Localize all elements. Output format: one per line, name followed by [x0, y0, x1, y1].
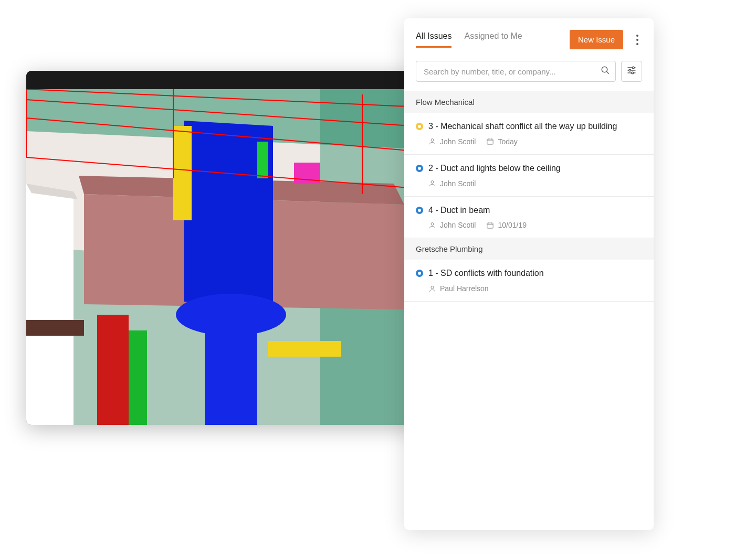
svg-rect-8 [205, 315, 257, 425]
issues-list: Flow Mechanical 3 - Mechanical shaft con… [404, 91, 654, 530]
filter-button[interactable] [621, 61, 642, 82]
sliders-icon [626, 65, 637, 78]
svg-rect-38 [487, 223, 493, 228]
svg-rect-11 [268, 341, 341, 357]
more-menu-icon[interactable] [633, 34, 642, 46]
svg-point-26 [633, 67, 635, 69]
issue-title: 1 - SD conflicts with foundation [428, 268, 544, 279]
svg-point-42 [431, 286, 434, 288]
user-icon [428, 179, 436, 187]
issue-assignee: John Scotil [428, 221, 476, 229]
svg-point-37 [431, 222, 434, 225]
user-icon [428, 285, 436, 293]
calendar-icon [486, 221, 494, 229]
status-dot-icon [416, 123, 423, 130]
svg-rect-10 [129, 330, 147, 425]
svg-point-31 [431, 139, 434, 142]
issue-title: 2 - Duct and lights below the ceiling [428, 163, 561, 174]
status-dot-icon [416, 165, 423, 172]
svg-rect-12 [173, 126, 192, 220]
issue-group-header: Gretsche Plumbing [404, 238, 654, 260]
svg-marker-20 [26, 184, 74, 425]
user-icon [428, 221, 436, 229]
issue-assignee: Paul Harrelson [428, 284, 489, 293]
svg-rect-22 [26, 320, 84, 336]
issue-title: 3 - Mechanical shaft conflict all the wa… [428, 121, 617, 132]
svg-point-36 [431, 181, 434, 184]
issue-date: Today [486, 137, 517, 146]
issues-panel: All Issues Assigned to Me New Issue [404, 18, 654, 530]
issue-title: 4 - Duct in beam [428, 205, 490, 216]
search-icon [601, 66, 610, 77]
svg-point-28 [629, 69, 631, 71]
svg-rect-32 [487, 139, 493, 144]
issue-assignee: John Scotil [428, 179, 476, 188]
issue-item[interactable]: 4 - Duct in beam John Scotil 10/01/19 [404, 197, 654, 239]
svg-rect-9 [97, 315, 129, 425]
issues-tabs: All Issues Assigned to Me [416, 31, 522, 48]
svg-rect-14 [257, 142, 268, 178]
tab-assigned-to-me[interactable]: Assigned to Me [464, 31, 522, 48]
tab-all-issues[interactable]: All Issues [416, 31, 452, 48]
issue-item[interactable]: 3 - Mechanical shaft conflict all the wa… [404, 113, 654, 155]
issue-group-header: Flow Mechanical [404, 91, 654, 113]
issue-item[interactable]: 2 - Duct and lights below the ceiling Jo… [404, 155, 654, 197]
user-icon [428, 137, 436, 145]
search-input[interactable] [424, 67, 601, 76]
issue-date: 10/01/19 [486, 221, 527, 229]
svg-line-24 [606, 71, 609, 74]
issues-panel-header: All Issues Assigned to Me New Issue [404, 18, 654, 91]
svg-point-23 [602, 67, 607, 72]
status-dot-icon [416, 207, 423, 214]
calendar-icon [486, 137, 494, 145]
issue-assignee: John Scotil [428, 137, 476, 146]
status-dot-icon [416, 270, 423, 277]
svg-point-30 [632, 72, 634, 74]
issue-item[interactable]: 1 - SD conflicts with foundation Paul Ha… [404, 260, 654, 302]
search-box[interactable] [416, 61, 616, 82]
new-issue-button[interactable]: New Issue [570, 30, 623, 49]
